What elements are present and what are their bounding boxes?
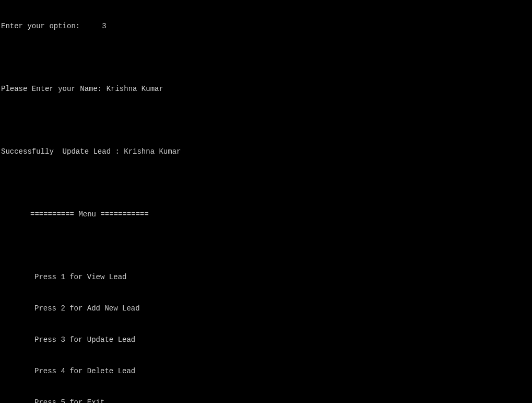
name-prompt: Please Enter your Name: Krishna Kumar	[0, 84, 532, 94]
menu-header: ========== Menu ===========	[0, 209, 532, 220]
menu-item-3: Press 3 for Update Lead	[0, 335, 532, 345]
menu-item-5: Press 5 for Exit	[0, 397, 532, 403]
blank-line	[0, 240, 532, 251]
blank-line	[0, 115, 532, 125]
blank-line	[0, 178, 532, 188]
menu-item-2: Press 2 for Add New Lead	[0, 303, 532, 314]
menu-item-1: Press 1 for View Lead	[0, 272, 532, 282]
terminal-output: Enter your option: 3 Please Enter your N…	[0, 0, 532, 403]
success-message: Successfully Update Lead : Krishna Kumar	[0, 146, 532, 157]
option-prompt-1: Enter your option: 3	[0, 21, 532, 31]
menu-item-4: Press 4 for Delete Lead	[0, 366, 532, 376]
blank-line	[0, 52, 532, 63]
